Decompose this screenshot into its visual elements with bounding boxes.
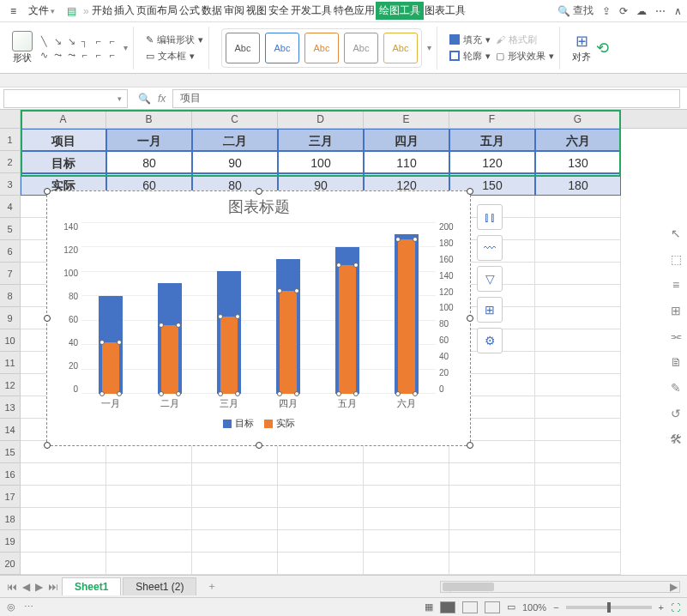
cell-empty[interactable] — [106, 463, 192, 486]
row-header-14[interactable]: 14 — [0, 419, 20, 441]
sheet-nav-last[interactable]: ⏭ — [48, 581, 58, 593]
col-header-G[interactable]: G — [535, 110, 621, 128]
view-break[interactable] — [485, 601, 500, 613]
collapse-ribbon-icon[interactable]: ∧ — [674, 5, 682, 17]
chart-layout-button[interactable]: ⊞ — [477, 297, 503, 323]
sync-icon[interactable]: ⟳ — [619, 5, 628, 17]
row-header-12[interactable]: 12 — [0, 374, 20, 396]
ribbon-tab-插入[interactable]: 插入 — [113, 2, 136, 20]
row-header-19[interactable]: 19 — [0, 530, 20, 553]
shape-effect-button[interactable]: ▢形状效果▾ — [496, 50, 554, 63]
col-header-E[interactable]: E — [364, 110, 449, 128]
ribbon-tab-页面布局[interactable]: 页面布局 — [136, 2, 178, 20]
cell-header[interactable]: 三月 — [278, 129, 364, 151]
chart-style-button[interactable]: 〰 — [477, 235, 503, 261]
style-5[interactable]: Abc — [383, 33, 418, 63]
cell-data[interactable]: 80 — [106, 151, 192, 173]
ribbon-tab-安全[interactable]: 安全 — [268, 2, 290, 20]
cell-empty[interactable] — [106, 553, 192, 575]
layout-icon[interactable]: ▦ — [425, 601, 433, 613]
col-header-A[interactable]: A — [21, 110, 106, 128]
cell-empty[interactable] — [192, 530, 278, 553]
ribbon-tab-特色应用[interactable]: 特色应用 — [333, 2, 376, 20]
hamburger-menu[interactable]: ≡ — [5, 3, 21, 19]
sheet-tab[interactable]: Sheet1 (2) — [123, 577, 196, 595]
cell-empty[interactable] — [21, 486, 106, 508]
view-normal[interactable] — [440, 601, 455, 613]
row-header-9[interactable]: 9 — [0, 307, 20, 329]
cell-empty[interactable] — [278, 486, 364, 508]
zoom-level[interactable]: 100% — [522, 602, 546, 613]
cell-empty[interactable] — [21, 463, 106, 486]
row-header-20[interactable]: 20 — [0, 553, 20, 575]
select-tool-icon[interactable]: ⬚ — [671, 252, 682, 266]
ribbon-tab-图表工具[interactable]: 图表工具 — [424, 2, 467, 20]
cell-empty[interactable] — [535, 419, 621, 441]
cell-empty[interactable] — [449, 553, 535, 575]
chart-object[interactable]: 图表标题 140120100806040200 2001801601401201… — [46, 190, 471, 446]
shape-gallery[interactable]: ╲↘↘┐⌐⌐ ∿⤳⤳⌐⌐⌐ — [38, 35, 118, 61]
cell-empty[interactable] — [21, 553, 106, 575]
horizontal-scrollbar[interactable]: ◀ ▶ — [440, 581, 680, 593]
row-header-13[interactable]: 13 — [0, 396, 20, 419]
cell-empty[interactable] — [535, 486, 621, 508]
col-header-D[interactable]: D — [278, 110, 364, 128]
style-2[interactable]: Abc — [265, 33, 299, 63]
cell-data[interactable]: 120 — [449, 151, 535, 173]
cell-empty[interactable] — [106, 508, 192, 530]
ribbon-tab-数据[interactable]: 数据 — [201, 2, 223, 20]
cell-header[interactable]: 四月 — [364, 129, 449, 151]
row-header-2[interactable]: 2 — [0, 151, 20, 173]
cell-empty[interactable] — [192, 508, 278, 530]
history-icon[interactable]: ↺ — [671, 407, 681, 420]
cell-empty[interactable] — [535, 441, 621, 463]
fullscreen-icon[interactable]: ⛶ — [671, 602, 680, 613]
cell-empty[interactable] — [192, 463, 278, 486]
apps-icon[interactable]: ⊞ — [671, 304, 681, 317]
chart-title[interactable]: 图表标题 — [47, 191, 470, 222]
cell-empty[interactable] — [535, 263, 621, 285]
zoom-in[interactable]: + — [659, 602, 664, 613]
cell-header[interactable]: 项目 — [21, 129, 106, 151]
style-3[interactable]: Abc — [304, 33, 339, 63]
zoom-out[interactable]: − — [553, 602, 558, 613]
shape-style-gallery[interactable]: Abc Abc Abc Abc Abc — [221, 28, 422, 68]
cell-data[interactable]: 110 — [364, 151, 449, 173]
ribbon-tab-公式[interactable]: 公式 — [178, 2, 201, 20]
col-header-F[interactable]: F — [449, 110, 535, 128]
name-box[interactable]: ▾ — [3, 89, 128, 108]
cell-empty[interactable] — [535, 508, 621, 530]
share-icon[interactable]: ⇪ — [602, 5, 611, 17]
cell-empty[interactable] — [535, 196, 621, 218]
row-header-8[interactable]: 8 — [0, 285, 20, 307]
ribbon-tab-绘图工具[interactable]: 绘图工具 — [376, 2, 424, 20]
ribbon-tab-视图[interactable]: 视图 — [245, 2, 268, 20]
insert-shape-button[interactable]: 形状 — [12, 31, 33, 64]
cell-empty[interactable] — [106, 486, 192, 508]
align-button[interactable]: ⊞ 对齐 — [572, 32, 591, 63]
cell-empty[interactable] — [535, 218, 621, 240]
cell-empty[interactable] — [192, 553, 278, 575]
select-all-corner[interactable] — [0, 110, 21, 129]
cell-empty[interactable] — [278, 508, 364, 530]
cell-empty[interactable] — [535, 307, 621, 329]
rotate-button[interactable]: ⟲ — [596, 39, 609, 57]
style-1[interactable]: Abc — [226, 33, 260, 63]
cell-empty[interactable] — [449, 463, 535, 486]
cell-empty[interactable] — [449, 530, 535, 553]
cell-empty[interactable] — [535, 285, 621, 307]
backup-icon[interactable]: 🗎 — [670, 355, 682, 369]
ribbon-tab-开发工具[interactable]: 开发工具 — [290, 2, 333, 20]
row-header-3[interactable]: 3 — [0, 173, 20, 196]
cell-empty[interactable] — [449, 508, 535, 530]
cell-empty[interactable] — [535, 329, 621, 352]
row-header-7[interactable]: 7 — [0, 263, 20, 285]
doc-tab-icon[interactable]: ▤ — [62, 3, 81, 19]
cell-data[interactable]: 180 — [535, 173, 621, 196]
row-header-10[interactable]: 10 — [0, 329, 20, 352]
format-painter-button[interactable]: 🖌格式刷 — [496, 33, 554, 46]
cell-empty[interactable] — [535, 553, 621, 575]
cell-header[interactable]: 二月 — [192, 129, 278, 151]
cell-empty[interactable] — [21, 508, 106, 530]
fx-label[interactable]: fx — [158, 93, 166, 105]
